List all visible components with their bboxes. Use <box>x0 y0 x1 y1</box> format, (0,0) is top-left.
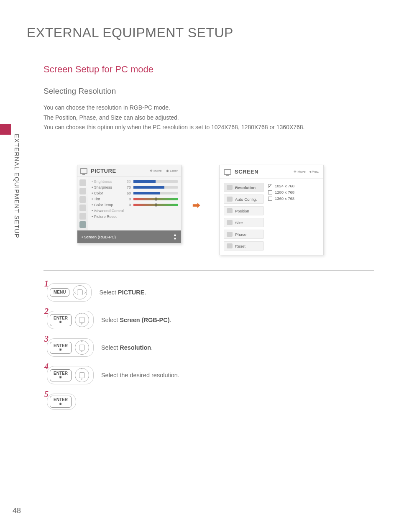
picture-row-color: • Color 60 <box>92 190 178 196</box>
monitor-icon <box>224 169 231 175</box>
page-number: 48 <box>13 506 21 515</box>
description-line: You can choose the resolution in RGB-PC … <box>43 103 374 113</box>
screen-item-position[interactable]: Position <box>224 206 264 215</box>
side-section-label: EXTERNAL EQUIPMENT SETUP <box>13 134 20 238</box>
section-title: Screen Setup for PC mode <box>43 64 374 75</box>
step-number: 4 <box>44 362 49 371</box>
picture-row-colortemp: • Color Temp. 0 <box>92 202 178 208</box>
checkbox-icon <box>268 197 272 201</box>
checkbox-icon <box>268 184 272 188</box>
nav-leftright-icon[interactable] <box>73 285 87 299</box>
page-title: EXTERNAL EQUIPMENT SETUP <box>27 25 374 41</box>
reset-icon <box>227 243 233 248</box>
step-text: Select Resolution. <box>101 344 153 351</box>
updown-icon: ▲▼ <box>173 233 177 241</box>
description-line: The Position, Phase, and Size can also b… <box>43 113 374 123</box>
enter-button[interactable]: ENTER◉ <box>50 396 72 408</box>
sidebar-icon <box>79 179 86 186</box>
move-hint: ✥ Move <box>294 170 306 174</box>
remote-combo: ENTER◉ <box>47 311 94 329</box>
position-icon <box>227 208 233 213</box>
remote-combo: ENTER◉ <box>47 338 94 357</box>
sidebar-icon <box>79 196 86 203</box>
step-text: Select Screen (RGB-PC). <box>101 317 171 323</box>
enter-button[interactable]: ENTER◉ <box>50 342 72 354</box>
picture-row-brightness: • Brightness 50 <box>92 179 178 184</box>
screen-menu-title: SCREEN <box>235 169 258 175</box>
sidebar-icon <box>79 205 86 211</box>
monitor-icon <box>80 168 87 174</box>
picture-row-tint: • Tint 0 <box>92 196 178 202</box>
sidebar-icon-selected <box>79 221 86 228</box>
screen-menu: SCREEN ✥ Move ◂ Prev. Resolution Auto Co… <box>219 165 324 255</box>
step-text: Select the desired resolution. <box>101 372 179 379</box>
picture-menu-footer: • Screen (RGB-PC) ▲▼ <box>77 230 181 243</box>
side-accent-tab <box>0 124 11 135</box>
step-number: 3 <box>44 334 49 344</box>
picture-sidebar <box>77 177 88 230</box>
screen-item-autoconfig[interactable]: Auto Config. <box>224 194 264 204</box>
sidebar-icon <box>79 188 86 194</box>
screen-item-reset[interactable]: Reset <box>224 241 264 251</box>
divider <box>43 270 374 271</box>
description-line: You can choose this option only when the… <box>43 123 374 132</box>
phase-icon <box>227 232 233 237</box>
resolution-option[interactable]: 1280 x 768 <box>268 189 319 195</box>
picture-row-advanced: • Advanced Control <box>92 208 178 214</box>
arrow-right-icon: ➡ <box>192 200 200 211</box>
step-number: 2 <box>44 307 49 316</box>
picture-row-reset: • Picture Reset <box>92 214 178 220</box>
step-number: 5 <box>44 389 49 399</box>
picture-menu: PICTURE ✥ Move ◉ Enter <box>77 165 182 243</box>
remote-combo: ENTER◉ <box>47 394 76 410</box>
enter-button[interactable]: ENTER◉ <box>50 369 72 381</box>
resolution-option[interactable]: 1360 x 768 <box>268 195 319 202</box>
enter-button[interactable]: ENTER◉ <box>50 314 72 326</box>
resolution-option[interactable]: 1024 x 768 <box>268 183 319 189</box>
nav-updown-icon[interactable] <box>75 368 89 382</box>
remote-combo: ENTER◉ <box>47 366 94 384</box>
grid-icon <box>227 185 233 190</box>
screen-item-resolution[interactable]: Resolution <box>224 183 264 192</box>
size-icon <box>227 220 233 225</box>
remote-combo: MENU <box>47 283 92 302</box>
sidebar-icon <box>79 213 86 220</box>
nav-updown-icon[interactable] <box>75 313 89 327</box>
enter-hint: ◉ Enter <box>166 169 178 173</box>
prev-hint: ◂ Prev. <box>309 170 319 174</box>
checkbox-icon <box>268 190 272 194</box>
picture-menu-title: PICTURE <box>91 168 116 174</box>
screen-item-phase[interactable]: Phase <box>224 230 264 239</box>
step-number: 1 <box>44 279 49 289</box>
nav-updown-icon[interactable] <box>75 340 89 355</box>
step-text: Select PICTURE. <box>99 289 146 296</box>
move-hint: ✥ Move <box>150 169 162 173</box>
screen-item-size[interactable]: Size <box>224 218 264 227</box>
subsection-title: Selecting Resolution <box>43 87 374 96</box>
menu-button[interactable]: MENU <box>50 288 69 297</box>
picture-row-sharpness: • Sharpness 70 <box>92 184 178 190</box>
gear-icon <box>227 197 233 202</box>
